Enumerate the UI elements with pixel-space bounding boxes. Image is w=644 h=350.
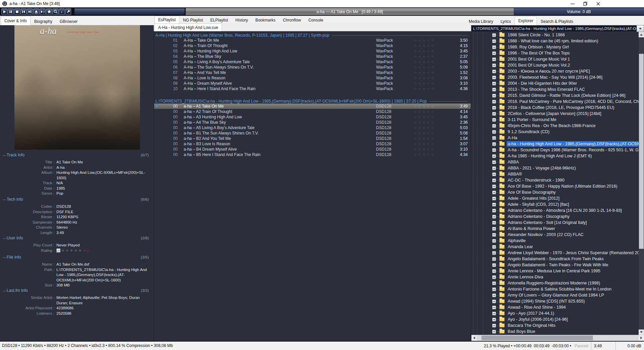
tree-item[interactable]: + 2001 Best Of Lounge Music Vol 1 bbox=[471, 56, 639, 62]
rating-stars[interactable]: ☆☆☆☆☆ bbox=[414, 110, 451, 114]
tree-item[interactable]: + AC-DC - Thunderstruck - 1990 bbox=[471, 177, 639, 183]
expand-plus-icon[interactable]: + bbox=[492, 70, 496, 73]
tab-gbrowser[interactable]: GBrowser bbox=[56, 17, 81, 25]
info-button[interactable]: i bbox=[59, 8, 65, 15]
rating-stars[interactable]: ☆☆☆☆☆ bbox=[414, 71, 451, 75]
close-button[interactable] bbox=[592, 0, 604, 7]
expand-plus-icon[interactable]: + bbox=[492, 203, 496, 206]
expand-plus-icon[interactable]: + bbox=[492, 263, 496, 267]
expand-plus-icon[interactable]: + bbox=[492, 118, 496, 122]
tree-vertical-scrollbar[interactable] bbox=[639, 32, 644, 335]
path-dropdown-button[interactable] bbox=[637, 25, 644, 32]
scroll-up-icon[interactable] bbox=[639, 32, 644, 37]
collapse-icon[interactable]: — bbox=[3, 153, 7, 157]
expand-plus-icon[interactable]: + bbox=[492, 324, 496, 327]
expand-plus-icon[interactable]: + bbox=[492, 148, 496, 152]
expand-plus-icon[interactable]: + bbox=[492, 191, 496, 194]
path-input[interactable]: L:\TORRENTS_2TB\MUSIC\a-ha - Hunting Hig… bbox=[471, 25, 637, 32]
tree-item[interactable]: + A-ha - Scoundrel Days 1986 (Warner Bro… bbox=[471, 147, 639, 153]
pause-button[interactable] bbox=[8, 8, 14, 15]
tree-item[interactable]: + A-Ha bbox=[471, 135, 639, 141]
playlist-row[interactable]: 01 A-Ha – Take On Me WavPack ☆☆☆☆☆ 3:50 bbox=[154, 38, 471, 43]
rating-stars[interactable]: ☆☆☆☆☆ bbox=[414, 153, 451, 157]
tree-item[interactable]: + 2018 - Black Coffee (2018, LE, Provogu… bbox=[471, 105, 639, 111]
collapse-icon[interactable]: — bbox=[3, 236, 7, 240]
playlist-row[interactable]: 00 a-ha – A5 Living A Boy's Adventure Ta… bbox=[154, 125, 471, 130]
horizontal-scroll-thumb[interactable] bbox=[481, 336, 593, 340]
expand-plus-icon[interactable]: + bbox=[492, 154, 496, 158]
tree-item[interactable]: + Alphaville bbox=[471, 238, 639, 244]
expand-plus-icon[interactable]: + bbox=[492, 136, 496, 140]
tree-item[interactable]: + Aswad (1994) Shine [CDS] (INT 825.655) bbox=[471, 298, 639, 304]
ban-icon[interactable] bbox=[86, 249, 89, 252]
scroll-down-icon[interactable] bbox=[639, 329, 644, 335]
tab-cover-info[interactable]: Cover & Info bbox=[1, 16, 31, 25]
expand-plus-icon[interactable]: + bbox=[492, 287, 496, 291]
tree-item[interactable]: + Adriano Celentano - Atmosfera [16 CLN … bbox=[471, 207, 639, 213]
tree-item[interactable]: + Antonio Farcione & Sabina Sciubba-Meet… bbox=[471, 286, 639, 292]
tree-item[interactable]: + Adele - Skyfall (CDS, 2012) [flac] bbox=[471, 201, 639, 207]
tab-lyrics[interactable]: Lyrics bbox=[497, 17, 515, 25]
tree-item[interactable]: + Annie Lennox - Medusa Live in Central … bbox=[471, 268, 639, 274]
rating-stars[interactable]: ☆☆☆☆☆ bbox=[414, 120, 451, 125]
tree-item[interactable]: + 2003 - Юнона и Авось 20 лет спустя [AP… bbox=[471, 68, 639, 74]
playlist-row[interactable]: 05 A-Ha – Living A Boy's Adventure Tale … bbox=[154, 59, 471, 65]
expand-plus-icon[interactable]: + bbox=[492, 142, 496, 146]
tree-item[interactable]: + Al Bano & Romina Power bbox=[471, 226, 639, 232]
tree-item[interactable]: + Army Of Lovers – Glory Glamour And Gol… bbox=[471, 292, 639, 298]
rating-stars[interactable]: ☆☆☆☆☆ bbox=[414, 54, 451, 59]
play-button[interactable] bbox=[1, 8, 7, 15]
expand-plus-icon[interactable]: + bbox=[492, 185, 496, 188]
tab-bookmarks[interactable]: Bookmarks bbox=[251, 16, 279, 24]
tree-item[interactable]: + Baccara The Original Hits bbox=[471, 322, 639, 328]
expand-plus-icon[interactable]: + bbox=[492, 318, 496, 321]
expand-plus-icon[interactable]: + bbox=[492, 257, 496, 261]
expand-plus-icon[interactable]: + bbox=[492, 112, 496, 116]
tab-chronflow[interactable]: Chronflow bbox=[279, 16, 305, 24]
expand-plus-icon[interactable]: + bbox=[492, 251, 496, 255]
volume-bar[interactable]: Volume: 0 dB bbox=[514, 8, 644, 15]
expand-plus-icon[interactable]: + bbox=[492, 166, 496, 170]
expand-plus-icon[interactable]: + bbox=[492, 227, 496, 231]
expand-plus-icon[interactable]: + bbox=[492, 172, 496, 176]
tree-item[interactable]: + Amanda Lear bbox=[471, 244, 639, 250]
rating-stars[interactable]: ☆☆☆☆☆ bbox=[414, 115, 451, 119]
tab-search-playlists[interactable]: Search & Playlists bbox=[537, 17, 577, 25]
tree-item[interactable]: + Ayo - Joyful (2006-2014) [24-96] bbox=[471, 316, 639, 322]
expand-plus-icon[interactable]: + bbox=[492, 294, 496, 297]
vertical-scroll-thumb[interactable] bbox=[639, 54, 644, 249]
expand-plus-icon[interactable]: + bbox=[492, 76, 496, 79]
preferences-button[interactable] bbox=[65, 8, 71, 15]
tab-elplaylist[interactable]: ELPlaylist bbox=[206, 16, 232, 24]
search-button[interactable] bbox=[52, 8, 58, 15]
tree-item[interactable]: + Adele - Greatest Hits [2012] bbox=[471, 195, 639, 201]
expand-plus-icon[interactable]: + bbox=[492, 106, 496, 110]
expand-plus-icon[interactable]: + bbox=[492, 33, 496, 37]
expand-plus-icon[interactable]: + bbox=[492, 215, 496, 219]
tree-item[interactable]: + Bad Boys Blue bbox=[471, 328, 639, 335]
seekbar[interactable] bbox=[75, 8, 185, 15]
expand-plus-icon[interactable]: + bbox=[492, 57, 496, 61]
rating-stars[interactable]: ☆☆☆☆☆ bbox=[414, 76, 451, 80]
tree-item[interactable]: + Aswad - Rise And Shine - 1994 bbox=[471, 304, 639, 310]
favorite-button[interactable] bbox=[46, 8, 52, 15]
playlist-row[interactable]: 00 a-ha – B2 And You Tell Me DSD128 ☆☆☆☆… bbox=[154, 136, 471, 141]
playlist-file-tab[interactable]: A-Ha - Hunting High And Low.cue bbox=[154, 24, 222, 31]
collapse-icon[interactable]: — bbox=[3, 197, 7, 201]
collapse-icon[interactable]: — bbox=[3, 255, 7, 259]
tree-item[interactable]: + 9 1,2 Soundtrack (CD) bbox=[471, 129, 639, 135]
playlist-row[interactable]: 09 A-Ha – Dream Myself Alive WavPack ☆☆☆… bbox=[154, 81, 471, 86]
tree-item[interactable]: + ABBA bbox=[471, 159, 639, 165]
tree-item[interactable]: + Antonella Ruggiero-Registrazioni Moder… bbox=[471, 280, 639, 286]
expand-plus-icon[interactable]: + bbox=[492, 179, 496, 182]
expand-plus-icon[interactable]: + bbox=[492, 312, 496, 315]
next-button[interactable] bbox=[27, 8, 33, 15]
tree-item[interactable]: + 2016. Paul McCartney - Pure McCartney … bbox=[471, 99, 639, 105]
tab-esplaylist[interactable]: EsPlaylist bbox=[154, 16, 179, 24]
playlist-row[interactable]: 00 a-ha – A3 Hunting High And Low DSD128… bbox=[154, 114, 471, 120]
rating-stars[interactable]: ☆☆☆☆☆ bbox=[414, 131, 451, 135]
tree-item[interactable]: + 1988 - What love can be (45 rpm, limit… bbox=[471, 38, 639, 44]
tree-item[interactable]: + A-ha 1985 - Hunting High And Low J (EM… bbox=[471, 153, 639, 159]
rating-stars-icon[interactable]: ★★★★★ bbox=[61, 248, 83, 254]
previous-button[interactable] bbox=[20, 8, 27, 15]
